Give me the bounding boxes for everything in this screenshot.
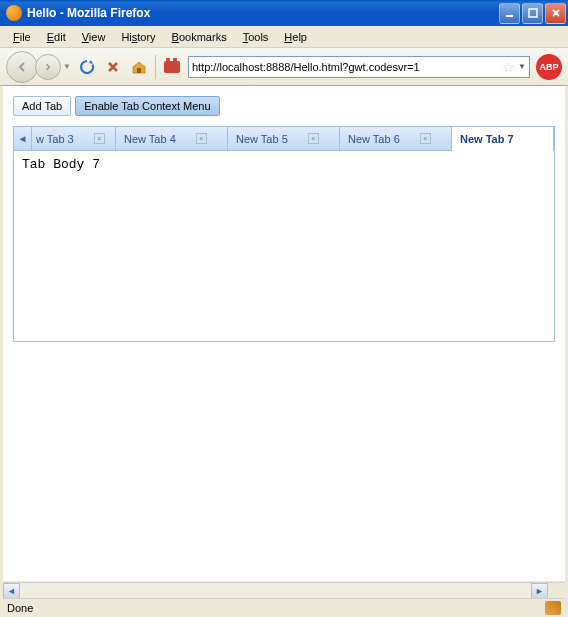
status-tool-icon[interactable]: [545, 601, 561, 615]
forward-button[interactable]: [35, 54, 61, 80]
abp-button[interactable]: ABP: [536, 54, 562, 80]
bookmark-star-icon[interactable]: ☆: [502, 59, 515, 75]
menu-bookmarks[interactable]: Bookmarks: [164, 29, 235, 45]
window-titlebar: Hello - Mozilla Firefox: [0, 0, 568, 26]
svg-rect-2: [137, 68, 141, 73]
back-button[interactable]: [6, 51, 38, 83]
minimize-button[interactable]: [499, 3, 520, 24]
lego-icon[interactable]: [162, 57, 182, 77]
menu-history[interactable]: History: [113, 29, 163, 45]
tab-5[interactable]: New Tab 5 ×: [228, 127, 340, 150]
menu-view[interactable]: View: [74, 29, 114, 45]
scroll-track[interactable]: [20, 583, 531, 599]
nav-dropdown-icon[interactable]: ▼: [63, 62, 71, 71]
tab-label: New Tab 4: [124, 133, 176, 145]
menubar: File Edit View History Bookmarks Tools H…: [0, 26, 568, 48]
menu-tools[interactable]: Tools: [235, 29, 277, 45]
close-button[interactable]: [545, 3, 566, 24]
horizontal-scrollbar[interactable]: ◄ ►: [3, 582, 565, 599]
tab-label: New Tab 7: [460, 133, 514, 145]
menu-file[interactable]: File: [5, 29, 39, 45]
tab-close-icon[interactable]: ×: [94, 133, 105, 144]
statusbar: Done: [3, 598, 565, 616]
browser-toolbar: ▼ ☆ ▼ ABP: [0, 48, 568, 86]
tab-close-icon[interactable]: ×: [308, 133, 319, 144]
firefox-icon: [6, 5, 22, 21]
menu-help[interactable]: Help: [276, 29, 315, 45]
tab-strip: ◄ w Tab 3 × New Tab 4 × New Tab 5 × New …: [14, 127, 554, 151]
url-dropdown-icon[interactable]: ▼: [518, 62, 526, 71]
page-content: Add Tab Enable Tab Context Menu ◄ w Tab …: [3, 86, 565, 581]
scroll-corner: [548, 583, 565, 599]
tab-close-icon[interactable]: ×: [196, 133, 207, 144]
url-bar[interactable]: ☆ ▼: [188, 56, 530, 78]
scroll-left-button[interactable]: ◄: [3, 583, 20, 599]
menu-edit[interactable]: Edit: [39, 29, 74, 45]
url-input[interactable]: [192, 61, 500, 73]
tab-scroll-left[interactable]: ◄: [14, 127, 32, 150]
tab-panel: ◄ w Tab 3 × New Tab 4 × New Tab 5 × New …: [13, 126, 555, 342]
status-text: Done: [7, 602, 545, 614]
enable-context-menu-button[interactable]: Enable Tab Context Menu: [75, 96, 219, 116]
tab-label: New Tab 5: [236, 133, 288, 145]
tab-3[interactable]: w Tab 3 ×: [32, 127, 116, 150]
svg-rect-0: [506, 15, 513, 17]
maximize-button[interactable]: [522, 3, 543, 24]
tab-label: New Tab 6: [348, 133, 400, 145]
tab-7[interactable]: New Tab 7: [452, 127, 554, 151]
stop-button[interactable]: [103, 57, 123, 77]
tab-close-icon[interactable]: ×: [420, 133, 431, 144]
scroll-right-button[interactable]: ►: [531, 583, 548, 599]
reload-button[interactable]: [77, 57, 97, 77]
tab-label: w Tab 3: [36, 133, 74, 145]
home-button[interactable]: [129, 57, 149, 77]
window-title: Hello - Mozilla Firefox: [27, 6, 499, 20]
tab-4[interactable]: New Tab 4 ×: [116, 127, 228, 150]
add-tab-button[interactable]: Add Tab: [13, 96, 71, 116]
tab-body: Tab Body 7: [14, 151, 554, 341]
tab-6[interactable]: New Tab 6 ×: [340, 127, 452, 150]
svg-rect-1: [529, 9, 537, 17]
